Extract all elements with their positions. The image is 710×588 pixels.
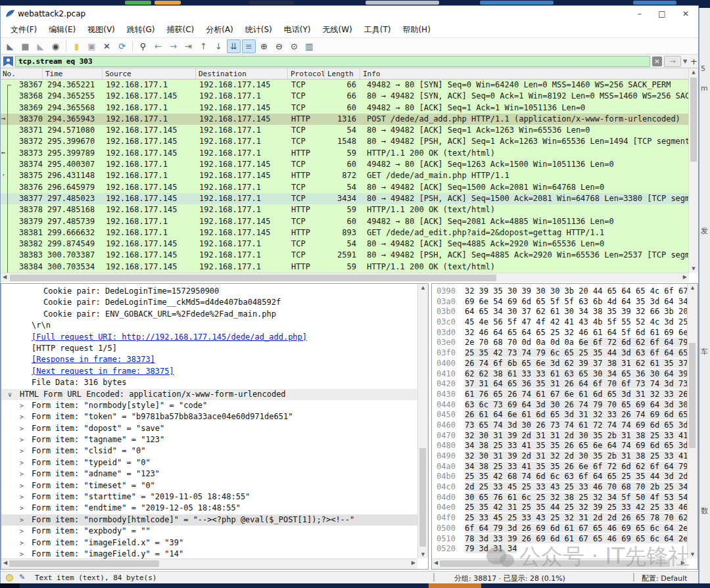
detail-tree-item[interactable]: >Form item: "timeset" = "0" (1, 480, 417, 491)
hex-line[interactable]: 03b064 65 34 30 37 62 61 30 34 38 35 39 … (432, 307, 687, 317)
hex-line[interactable]: 03d032 46 64 65 64 65 25 32 46 61 64 5f … (432, 328, 687, 338)
start-capture-icon[interactable]: ◣ (3, 39, 17, 53)
hex-line[interactable]: 040026 74 6f 6b 65 6e 3d 62 39 37 38 31 … (432, 359, 687, 369)
detail-link[interactable]: [Response in frame: 38373] (32, 355, 155, 364)
expanded-arrow-icon[interactable]: ∨ (8, 390, 12, 398)
detail-link[interactable]: [Next request in frame: 38375] (32, 367, 174, 376)
hex-line[interactable]: 04d030 65 76 61 6c 25 32 38 25 32 34 5f … (432, 493, 687, 503)
hex-line[interactable]: 04c02d 25 33 45 25 33 43 25 33 46 70 68 … (432, 482, 687, 493)
hex-line[interactable]: 044063 6c 73 69 64 3d 30 26 74 79 70 65 … (432, 400, 687, 411)
detail-tree-item[interactable]: Cookie pair: DedeLoginTime__ckMd5=d4de40… (1, 297, 417, 308)
menu-item[interactable]: 电话(Y) (278, 22, 317, 37)
hex-line[interactable]: 04a034 38 25 33 41 35 35 26 6e 6f 72 6d … (432, 462, 687, 472)
column-header[interactable]: Protocol (288, 68, 325, 79)
restart-capture-icon[interactable]: ◣ (34, 39, 47, 53)
detail-tree-item[interactable]: \r\n (1, 320, 417, 331)
hex-line[interactable]: 049032 30 31 39 2d 31 32 2d 30 35 2b 31 … (432, 451, 687, 462)
packet-row[interactable]: 38376296.645979192.168.177.145192.168.17… (1, 182, 689, 193)
collapsed-arrow-icon[interactable]: > (20, 469, 24, 478)
reload-file-icon[interactable]: ⟳ (115, 39, 129, 53)
detail-link[interactable]: [Full request URI: http://192.168.177.14… (32, 332, 307, 342)
packet-row[interactable]: ←38373295.399789192.168.177.145192.168.1… (1, 148, 689, 159)
packet-row[interactable]: 38381299.666632192.168.177.1192.168.177.… (1, 227, 689, 238)
filter-bookmark-icon[interactable] (3, 57, 13, 66)
go-last-icon[interactable]: ↓ (212, 39, 225, 53)
detail-tree-item[interactable]: >Form item: "normbody[htmlcode]" = "--><… (1, 514, 417, 526)
detail-tree-item[interactable]: >Form item: "clsid" = "0" (1, 445, 417, 457)
close-button[interactable]: ✕ (674, 6, 697, 22)
packet-row[interactable]: 38384300.703534192.168.177.145192.168.17… (1, 261, 689, 273)
menu-item[interactable]: 捕获(C) (160, 22, 200, 37)
hex-line[interactable]: 048034 38 25 33 41 35 35 26 65 6e 64 74 … (432, 441, 687, 451)
packet-row[interactable]: →38370294.365943192.168.177.1192.168.177… (1, 114, 689, 125)
detail-tree-item[interactable]: [HTTP request 1/5] (1, 343, 417, 354)
collapsed-arrow-icon[interactable]: > (20, 503, 24, 512)
detail-vscrollbar[interactable]: ▲ ▼ (417, 284, 428, 558)
collapsed-arrow-icon[interactable]: > (20, 458, 24, 466)
auto-scroll-icon[interactable]: ⇊ (227, 39, 241, 53)
packet-row[interactable]: 38374295.400307192.168.177.1192.168.177.… (1, 159, 689, 170)
stop-capture-icon[interactable]: ■ (18, 39, 32, 53)
collapsed-arrow-icon[interactable]: > (20, 446, 24, 455)
zoom-normal-icon[interactable]: ⊙ (287, 39, 301, 53)
maximize-button[interactable]: □ (651, 6, 673, 22)
detail-tree-item[interactable]: >Form item: "tagname" = "123" (1, 434, 417, 445)
capture-comment-icon[interactable]: ✎ (19, 573, 25, 581)
detail-tree-item[interactable]: >Form item: "normbody[style]" = "code" (1, 400, 417, 411)
packet-list-header[interactable]: No.TimeSourceDestinationProtocolLengthIn… (1, 68, 689, 79)
zoom-in-icon[interactable]: ⊕ (257, 39, 271, 53)
zoom-out-icon[interactable]: ⊖ (272, 39, 286, 53)
menu-item[interactable]: 分析(A) (200, 22, 239, 37)
filter-apply-icon[interactable]: → (664, 56, 681, 67)
packet-row[interactable]: 38382299.874549192.168.177.145192.168.17… (1, 238, 689, 250)
column-header[interactable]: Source (103, 68, 196, 79)
column-header[interactable]: No. (1, 68, 43, 79)
collapsed-arrow-icon[interactable]: > (20, 435, 24, 443)
save-file-icon[interactable]: ▣ (85, 39, 99, 53)
packet-row[interactable]: 38383300.703387192.168.177.145192.168.17… (1, 250, 689, 261)
detail-tree-item[interactable]: [Next request in frame: 38375] (1, 366, 417, 377)
packet-row[interactable]: 38378297.485168192.168.177.145192.168.17… (1, 204, 689, 215)
hex-line[interactable]: 041062 62 38 61 33 33 61 63 65 30 34 65 … (432, 369, 687, 380)
collapsed-arrow-icon[interactable]: > (20, 401, 24, 409)
column-header[interactable]: Time (43, 68, 103, 79)
filter-clear-icon[interactable]: ✕ (652, 57, 662, 66)
packet-list-hscrollbar[interactable]: ◀ ▶ (1, 273, 689, 282)
packet-list-vscrollbar[interactable]: ▲ ▼ (688, 68, 698, 273)
display-filter-input[interactable] (15, 56, 650, 67)
menu-item[interactable]: 无线(W) (316, 22, 358, 37)
filter-add-button[interactable]: + (690, 56, 698, 67)
collapsed-arrow-icon[interactable]: > (20, 549, 24, 558)
hex-line[interactable]: 05006f 64 79 3d 26 69 6d 61 67 65 46 69 … (432, 524, 687, 534)
find-packet-icon[interactable]: ⚲ (136, 39, 150, 53)
hex-line[interactable]: 03a069 6e 54 69 6d 65 5f 5f 63 6b 4d 64 … (432, 297, 687, 307)
hex-line[interactable]: 045026 61 64 6e 61 6d 65 3d 31 32 33 26 … (432, 410, 687, 420)
packet-row[interactable]: 38371294.571080192.168.177.145192.168.17… (1, 125, 689, 136)
hex-dump[interactable]: 039032 39 35 30 39 30 30 3b 20 44 65 64 … (432, 286, 687, 558)
hex-line[interactable]: 04b025 35 42 68 74 6d 6c 63 6f 64 65 25 … (432, 472, 687, 482)
column-header[interactable]: Length (325, 68, 360, 79)
detail-tree-item[interactable]: >Form item: "dopost" = "save" (1, 423, 417, 434)
expert-info-icon[interactable] (6, 574, 13, 581)
detail-tree-item[interactable]: [Response in frame: 38373] (1, 354, 417, 365)
close-file-icon[interactable]: ✕ (100, 39, 114, 53)
menu-item[interactable]: 统计(S) (239, 22, 278, 37)
collapsed-arrow-icon[interactable]: > (20, 412, 24, 420)
detail-tree-item[interactable]: >Form item: "imageField.x" = "39" (1, 537, 417, 549)
hex-vscrollbar[interactable]: ▲ ▼ (687, 284, 698, 558)
hex-line[interactable]: 042037 31 64 65 36 35 31 26 64 6f 70 6f … (432, 379, 687, 390)
packet-row[interactable]: ·38375296.431148192.168.177.1192.168.177… (1, 170, 689, 181)
filter-dropdown-caret-icon[interactable]: ▼ (681, 56, 689, 67)
column-header[interactable]: Info (360, 68, 689, 79)
title-bar[interactable]: webattack2.pcap – □ ✕ (1, 6, 698, 22)
open-file-icon[interactable]: ▮ (70, 39, 83, 53)
menu-item[interactable]: 文件(F) (5, 22, 43, 37)
packet-row[interactable]: 38368294.365255192.168.177.145192.168.17… (1, 91, 689, 102)
hex-line[interactable]: 03e02e 70 68 70 0d 0a 0d 0a 6e 6f 72 6d … (432, 338, 687, 348)
hex-line[interactable]: 04e025 35 42 31 25 35 44 25 32 39 25 33 … (432, 503, 687, 513)
collapsed-arrow-icon[interactable]: > (20, 538, 24, 547)
menu-item[interactable]: 视图(V) (82, 22, 121, 37)
detail-tree-item[interactable]: >Form item: "adname" = "123" (1, 468, 417, 480)
collapsed-arrow-icon[interactable]: > (20, 526, 24, 535)
detail-tree-item[interactable]: >Form item: "token" = "b9781ba57bb8a33ac… (1, 411, 417, 422)
